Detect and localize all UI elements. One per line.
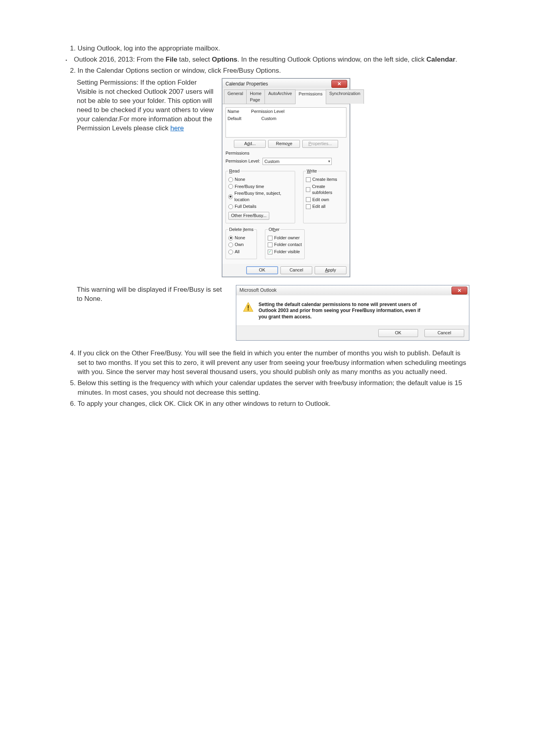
other-group: Other Folder owner Folder contact Folder… bbox=[265, 227, 305, 260]
step-4: If you click on the Other Free/Busy. You… bbox=[78, 349, 469, 377]
delete-none-radio[interactable]: None bbox=[228, 235, 254, 241]
dialog-titlebar[interactable]: Calendar Properties ✕ bbox=[222, 79, 350, 88]
read-freebusy-radio[interactable]: Free/Busy time bbox=[228, 184, 292, 190]
folder-owner-check[interactable]: Folder owner bbox=[268, 235, 302, 241]
other-freebusy-button[interactable]: Other Free/Busy... bbox=[228, 212, 269, 219]
add-button[interactable]: Add... bbox=[234, 140, 266, 147]
folder-contact-check[interactable]: Folder contact bbox=[268, 242, 302, 248]
warning-title: Microsoft Outlook bbox=[239, 287, 276, 294]
warning-row: This warning will be displayed if Free/B… bbox=[77, 285, 469, 341]
step-5: Below this setting is the frequency with… bbox=[78, 378, 469, 397]
instructions-list: Using Outlook, log into the appropriate … bbox=[66, 44, 469, 53]
dialog-tabs: General Home Page AutoArchive Permission… bbox=[222, 88, 350, 104]
svg-rect-2 bbox=[248, 309, 249, 310]
ok-button[interactable]: OK bbox=[246, 266, 278, 274]
permissions-description: Setting Permissions: If the option Folde… bbox=[77, 78, 214, 133]
warning-ok-button[interactable]: OK bbox=[378, 329, 418, 337]
delete-own-radio[interactable]: Own bbox=[228, 242, 254, 248]
tab-synchronization[interactable]: Synchronization bbox=[326, 89, 364, 104]
close-icon[interactable]: ✕ bbox=[331, 80, 347, 88]
warning-cancel-button[interactable]: Cancel bbox=[424, 329, 464, 337]
tab-permissions[interactable]: Permissions bbox=[295, 90, 326, 104]
dialog-title: Calendar Properties bbox=[226, 81, 268, 87]
warning-description: This warning will be displayed if Free/B… bbox=[77, 285, 224, 304]
remove-button[interactable]: Remove bbox=[268, 140, 300, 147]
step-1-sublist: Outlook 2016, 2013: From the File tab, s… bbox=[61, 55, 469, 64]
step-1-sub: Outlook 2016, 2013: From the File tab, s… bbox=[61, 55, 469, 64]
permissions-listbox[interactable]: NamePermission Level DefaultCustom bbox=[226, 107, 346, 138]
here-link[interactable]: here bbox=[170, 124, 184, 132]
apply-button[interactable]: Apply bbox=[315, 266, 346, 274]
step-1-text: Using Outlook, log into the appropriate … bbox=[78, 45, 220, 52]
permission-level-label: Permission Level: bbox=[226, 158, 260, 164]
read-full-details-radio[interactable]: Full Details bbox=[228, 204, 292, 209]
read-group: Read None Free/Busy time Free/Busy time,… bbox=[226, 168, 295, 223]
calendar-properties-dialog: Calendar Properties ✕ General Home Page … bbox=[222, 78, 350, 277]
svg-rect-1 bbox=[248, 305, 249, 308]
permissions-label: Permissions bbox=[226, 150, 346, 156]
outlook-warning-dialog: Microsoft Outlook ✕ Setting the default … bbox=[236, 285, 469, 341]
warning-message: Setting the default calendar permissions… bbox=[259, 302, 426, 320]
read-freebusy-subject-radio[interactable]: Free/Busy time, subject, location bbox=[228, 190, 292, 203]
permissions-row: Setting Permissions: If the option Folde… bbox=[77, 78, 469, 277]
edit-own-check[interactable]: Edit own bbox=[306, 197, 344, 203]
close-icon[interactable]: ✕ bbox=[451, 287, 467, 295]
permission-level-select[interactable]: Custom bbox=[263, 158, 332, 165]
folder-visible-check[interactable]: Folder visible bbox=[268, 249, 302, 255]
instructions-list-rest: If you click on the Other Free/Busy. You… bbox=[66, 349, 469, 409]
warning-icon bbox=[243, 302, 254, 313]
properties-button: Properties... bbox=[302, 140, 338, 147]
warning-titlebar[interactable]: Microsoft Outlook ✕ bbox=[236, 285, 469, 295]
delete-items-group: Delete items None Own All bbox=[226, 227, 257, 260]
tab-home-page[interactable]: Home Page bbox=[246, 89, 265, 104]
step-6: To apply your changes, click OK. Click O… bbox=[78, 399, 469, 409]
write-group: Write Create items Create subfolders Edi… bbox=[303, 168, 346, 223]
tab-autoarchive[interactable]: AutoArchive bbox=[265, 89, 295, 104]
read-none-radio[interactable]: None bbox=[228, 176, 292, 182]
cancel-button[interactable]: Cancel bbox=[280, 266, 312, 274]
instructions-list-cont: In the Calendar Options section or windo… bbox=[66, 66, 469, 76]
step-1: Using Outlook, log into the appropriate … bbox=[78, 44, 469, 53]
create-subfolders-check[interactable]: Create subfolders bbox=[306, 184, 344, 196]
table-row[interactable]: DefaultCustom bbox=[228, 116, 344, 122]
delete-all-radio[interactable]: All bbox=[228, 249, 254, 255]
edit-all-check[interactable]: Edit all bbox=[306, 204, 344, 209]
step-2: In the Calendar Options section or windo… bbox=[78, 66, 469, 76]
tab-general[interactable]: General bbox=[224, 89, 247, 104]
create-items-check[interactable]: Create items bbox=[306, 176, 344, 182]
